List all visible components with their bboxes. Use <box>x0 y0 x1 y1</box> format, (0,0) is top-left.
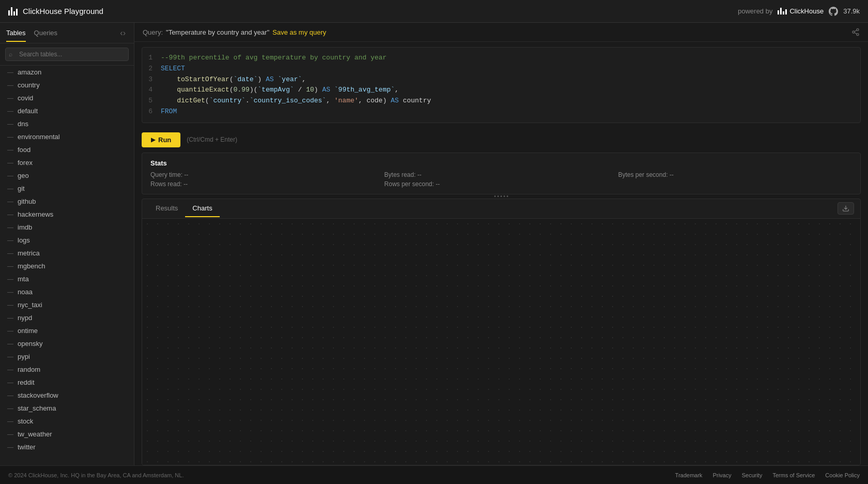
table-icon: ― <box>7 95 13 102</box>
footer-link-privacy[interactable]: Privacy <box>713 472 732 478</box>
sidebar-table-item-imdb[interactable]: ―imdb <box>0 221 134 234</box>
table-icon: ― <box>7 327 13 335</box>
sidebar-table-item-nypd[interactable]: ―nypd <box>0 311 134 324</box>
table-name: pypi <box>18 353 30 360</box>
stat-rows-per-second: Rows per second: -- <box>384 180 618 188</box>
table-icon: ― <box>7 366 13 373</box>
main-layout: Tables Queries ‹› ⌕ ―amazon―country―covi… <box>0 23 868 465</box>
sidebar-table-item-food[interactable]: ―food <box>0 143 134 156</box>
sidebar-table-item-nyc_taxi[interactable]: ―nyc_taxi <box>0 298 134 311</box>
table-name: mta <box>18 275 29 283</box>
sidebar-table-item-opensky[interactable]: ―opensky <box>0 337 134 350</box>
sidebar-table-item-stackoverflow[interactable]: ―stackoverflow <box>0 389 134 402</box>
table-name: nyc_taxi <box>18 301 42 309</box>
save-as-my-query-link[interactable]: Save as my query <box>272 28 326 36</box>
sidebar-table-item-dns[interactable]: ―dns <box>0 117 134 130</box>
query-name: "Temperature by country and year" <box>166 28 269 36</box>
table-name: random <box>18 366 40 373</box>
table-icon: ― <box>7 340 13 347</box>
sidebar-table-item-country[interactable]: ―country <box>0 79 134 92</box>
table-name: covid <box>18 94 33 102</box>
sidebar-table-item-stock[interactable]: ―stock <box>0 415 134 428</box>
sidebar-table-item-twitter[interactable]: ―twitter <box>0 441 134 453</box>
table-name: noaa <box>18 288 33 296</box>
sidebar-table-item-covid[interactable]: ―covid <box>0 92 134 104</box>
table-name: git <box>18 185 25 192</box>
footer-links: TrademarkPrivacySecurityTerms of Service… <box>675 472 860 478</box>
resize-handle[interactable] <box>134 194 868 199</box>
sidebar-table-item-git[interactable]: ―git <box>0 182 134 195</box>
run-icon: ▶ <box>151 137 155 143</box>
search-icon: ⌕ <box>9 51 12 58</box>
sidebar-tabs: Tables Queries ‹› <box>0 23 134 43</box>
query-header: Query: "Temperature by country and year"… <box>134 23 868 42</box>
sidebar-tab-tables[interactable]: Tables <box>6 25 26 42</box>
run-area: ▶ Run (Ctrl/Cmd + Enter) <box>134 128 868 153</box>
svg-line-4 <box>855 30 857 32</box>
sidebar-table-item-pypi[interactable]: ―pypi <box>0 350 134 363</box>
footer-link-cookie-policy[interactable]: Cookie Policy <box>825 472 860 478</box>
sidebar-table-item-noaa[interactable]: ―noaa <box>0 285 134 298</box>
tab-results[interactable]: Results <box>148 200 185 217</box>
sidebar-table-item-mta[interactable]: ―mta <box>0 273 134 285</box>
sidebar-collapse-button[interactable]: ‹› <box>118 26 128 40</box>
sidebar-table-item-environmental[interactable]: ―environmental <box>0 130 134 143</box>
sidebar-table-item-mgbench[interactable]: ―mgbench <box>0 260 134 273</box>
table-icon: ― <box>7 237 13 244</box>
topbar-left: ClickHouse Playground <box>8 7 103 16</box>
code-line-2: 2 SELECT <box>142 64 860 74</box>
sidebar: Tables Queries ‹› ⌕ ―amazon―country―covi… <box>0 23 134 465</box>
sidebar-table-item-metrica[interactable]: ―metrica <box>0 247 134 260</box>
logo-bars <box>8 7 18 16</box>
ch-brand-name: ClickHouse <box>789 7 824 15</box>
table-name: logs <box>18 236 30 244</box>
table-name: stackoverflow <box>18 391 58 399</box>
table-name: imdb <box>18 223 32 231</box>
sidebar-table-item-forex[interactable]: ―forex <box>0 156 134 169</box>
table-icon: ― <box>7 82 13 89</box>
tab-charts[interactable]: Charts <box>185 200 219 217</box>
table-icon: ― <box>7 314 13 322</box>
table-name: nypd <box>18 314 32 322</box>
footer-link-trademark[interactable]: Trademark <box>675 472 703 478</box>
table-icon: ― <box>7 289 13 296</box>
sidebar-table-item-geo[interactable]: ―geo <box>0 169 134 182</box>
ch-logo-bars <box>778 8 787 14</box>
sidebar-table-item-tw_weather[interactable]: ―tw_weather <box>0 428 134 441</box>
table-name: stock <box>18 417 33 425</box>
sidebar-table-item-github[interactable]: ―github <box>0 195 134 208</box>
svg-point-1 <box>852 31 855 33</box>
download-button[interactable] <box>837 202 854 215</box>
table-name: amazon <box>18 68 41 76</box>
table-icon: ― <box>7 444 13 451</box>
table-icon: ― <box>7 276 13 283</box>
table-name: ontime <box>18 327 38 335</box>
sidebar-table-item-amazon[interactable]: ―amazon <box>0 66 134 79</box>
search-input[interactable] <box>5 48 129 61</box>
table-name: dns <box>18 120 28 128</box>
sidebar-table-item-hackernews[interactable]: ―hackernews <box>0 208 134 221</box>
sidebar-table-item-star_schema[interactable]: ―star_schema <box>0 402 134 415</box>
table-name: metrica <box>18 249 40 257</box>
sidebar-table-item-logs[interactable]: ―logs <box>0 234 134 247</box>
sidebar-table-item-ontime[interactable]: ―ontime <box>0 324 134 337</box>
table-name: hackernews <box>18 210 53 218</box>
github-icon[interactable] <box>829 7 838 16</box>
stat-bytes-per-second: Bytes per second: -- <box>618 171 852 178</box>
sidebar-table-item-random[interactable]: ―random <box>0 363 134 376</box>
footer-link-terms-of-service[interactable]: Terms of Service <box>772 472 815 478</box>
table-name: reddit <box>18 379 35 386</box>
svg-point-0 <box>857 28 859 31</box>
sidebar-table-item-reddit[interactable]: ―reddit <box>0 376 134 389</box>
results-tabs: Results Charts <box>142 199 860 219</box>
share-button[interactable] <box>851 28 860 36</box>
ch-logo-right: ClickHouse <box>778 7 824 15</box>
footer-link-security[interactable]: Security <box>742 472 763 478</box>
sidebar-tab-queries[interactable]: Queries <box>34 25 58 42</box>
sidebar-table-item-default[interactable]: ―default <box>0 104 134 117</box>
code-editor[interactable]: 1 --99th percentile of avg temperature b… <box>142 47 861 123</box>
run-button[interactable]: ▶ Run <box>142 132 180 147</box>
stat-query-time: Query time: -- <box>150 171 384 178</box>
table-icon: ― <box>7 431 13 438</box>
footer-copyright: © 2024 ClickHouse, Inc. HQ in the Bay Ar… <box>8 472 184 478</box>
